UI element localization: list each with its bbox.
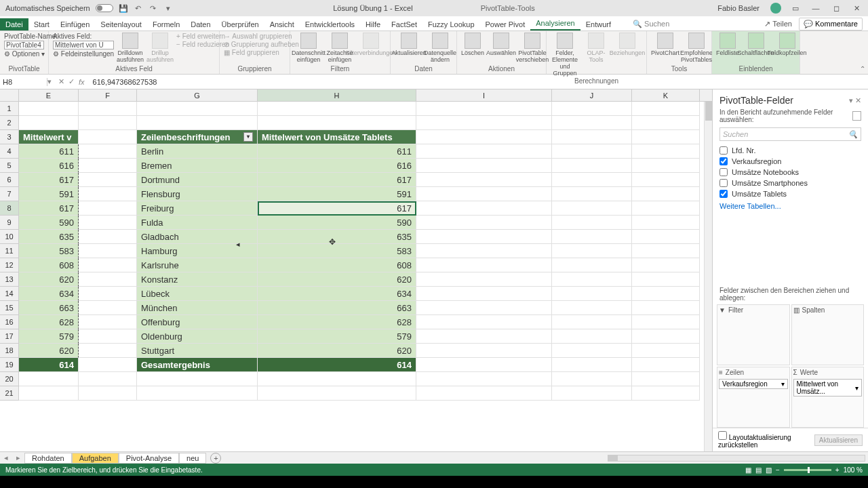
cell[interactable] [19,102,79,116]
headers-toggle[interactable]: Feldkopfzeilen [773,33,802,57]
cell[interactable]: 614 [19,358,79,372]
cell[interactable] [552,216,632,230]
recommended-pt-button[interactable]: Empfohlene PivotTables [682,33,711,64]
redo-icon[interactable]: ↷ [149,3,158,13]
row-header[interactable]: 16 [0,315,19,329]
pt-options-button[interactable]: ⚙ Optionen ▾ [4,50,44,58]
cell[interactable] [416,216,552,230]
field-checkbox[interactable] [719,168,728,176]
tab-entwicklertools[interactable]: Entwicklertools [300,18,360,30]
drillup-button[interactable]: Drillup ausführen [146,33,174,64]
row-header[interactable]: 14 [0,287,19,301]
cell[interactable] [632,244,700,258]
row-header[interactable]: 18 [0,344,19,358]
cell[interactable] [79,344,137,358]
cell[interactable]: Mittelwert von Umsätze Tablets [258,130,416,144]
cell[interactable] [632,315,700,329]
cell[interactable]: 591 [258,187,416,201]
cell[interactable] [79,216,137,230]
cell[interactable]: 628 [19,315,79,329]
spreadsheet-grid[interactable]: E F G H I J K 123Mittelwert vZeilenbesch… [0,89,712,451]
cell[interactable]: Offenburg [137,315,258,329]
cell[interactable] [416,344,552,358]
select-all-corner[interactable] [0,89,19,101]
cell[interactable] [79,201,137,216]
row-header[interactable]: 1 [0,102,19,116]
field-item[interactable]: Umsätze Tablets [719,188,861,199]
row-header[interactable]: 13 [0,272,19,287]
tab-search[interactable]: 🔍 Suchen [627,18,675,30]
close-icon[interactable]: ✕ [850,2,863,14]
qat-customize-icon[interactable]: ▾ [163,3,173,13]
more-tables-link[interactable]: Weitere Tabellen... [713,199,868,213]
cell[interactable]: 635 [19,230,79,244]
cell[interactable]: 591 [19,187,79,201]
cell[interactable] [79,116,137,130]
cell[interactable]: 616 [19,159,79,173]
defer-layout-checkbox[interactable]: Layoutaktualisierung zurückstellen [718,431,814,449]
sheet-nav-next-icon[interactable]: ▸ [12,453,24,462]
cell[interactable]: 620 [258,344,416,358]
add-sheet-button[interactable]: + [210,453,221,464]
cell[interactable]: 616 [258,159,416,173]
cell[interactable] [552,258,632,272]
row-header[interactable]: 3 [0,130,19,144]
cell[interactable] [416,173,552,187]
name-box[interactable]: H8 [0,78,47,86]
cell[interactable]: Flensburg [137,187,258,201]
rows-chip[interactable]: Verkaufsregion▾ [719,379,788,389]
row-header[interactable]: 12 [0,258,19,272]
row-header[interactable]: 17 [0,329,19,344]
cell[interactable]: 611 [258,144,416,159]
cell[interactable] [416,372,552,386]
cell[interactable] [79,258,137,272]
values-chip[interactable]: Mittelwert von Umsätz...▾ [793,379,863,396]
cell[interactable] [416,244,552,258]
cell[interactable] [552,344,632,358]
horizontal-scrollbar[interactable] [608,455,865,462]
cell[interactable] [632,116,700,130]
cell[interactable] [632,159,700,173]
cell[interactable]: 579 [19,329,79,344]
cell[interactable] [632,201,700,216]
view-pagelayout-icon[interactable]: ▤ [755,466,762,474]
cell[interactable] [632,386,700,401]
cell[interactable] [552,315,632,329]
row-header[interactable]: 19 [0,358,19,372]
row-header[interactable]: 5 [0,159,19,173]
cell[interactable] [416,201,552,216]
cell[interactable]: 611 [19,144,79,159]
cell[interactable] [79,144,137,159]
formula-content[interactable]: 616,947368627538 [89,78,157,86]
cell[interactable] [552,386,632,401]
cell[interactable] [632,230,700,244]
col-header-f[interactable]: F [79,89,137,101]
tab-powerpivot[interactable]: Power Pivot [480,18,531,30]
tab-file[interactable]: Datei [0,18,28,30]
cell[interactable]: 634 [19,287,79,301]
cell[interactable] [632,144,700,159]
cell[interactable]: Bremen [137,159,258,173]
slicer-button[interactable]: Datenschnitt einfügen [294,33,323,64]
datasource-button[interactable]: Datenquelle ändern [426,33,454,64]
tab-start[interactable]: Start [28,18,55,30]
cell[interactable] [137,386,258,401]
row-header[interactable]: 15 [0,301,19,315]
maximize-icon[interactable]: ◻ [830,2,842,14]
cell[interactable] [79,329,137,344]
row-header[interactable]: 21 [0,386,19,401]
cell[interactable] [416,159,552,173]
field-item[interactable]: Umsätze Smartphones [719,178,861,188]
field-checkbox[interactable] [719,157,728,165]
cell[interactable]: 663 [19,301,79,315]
autosave-toggle[interactable] [96,4,113,12]
sheet-tab-rohdaten[interactable]: Rohdaten [24,453,72,464]
vertical-scrollbar[interactable] [704,102,712,451]
cell[interactable] [552,144,632,159]
cell[interactable]: 663 [258,301,416,315]
cell[interactable]: Gladbach [137,230,258,244]
cell[interactable] [416,130,552,144]
collapse-ribbon-icon[interactable]: ⌃ [860,65,865,73]
minimize-icon[interactable]: — [810,2,822,14]
cell[interactable] [79,130,137,144]
